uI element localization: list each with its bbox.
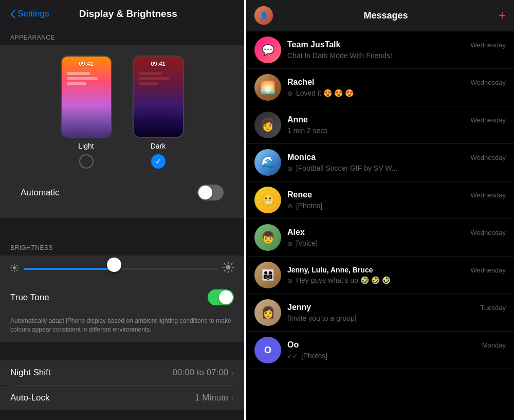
- true-tone-description: Automatically adapt iPhone display based…: [0, 313, 244, 342]
- automatic-label: Automatic: [21, 188, 60, 198]
- message-preview: ⊘ [Photos]: [287, 202, 322, 210]
- list-item[interactable]: 😬 Renee Wednesday ⊘ [Photos]: [246, 181, 514, 219]
- avatar-face: 👩: [260, 118, 276, 132]
- name-row: Jenny Tuesday: [287, 303, 506, 312]
- message-preview: ⊘ Loved it 😍 😍 😍: [287, 89, 354, 97]
- message-preview: ✓✓ [Photos]: [287, 352, 327, 360]
- appearance-section-label: APPEARANCE: [0, 26, 244, 45]
- list-item[interactable]: 👩 Jenny Tuesday [Invite you to a group]: [246, 294, 514, 332]
- messages-panel: 👤 Messages + 💬 Team JusTalk Wednesday Ch…: [246, 0, 514, 420]
- message-time: Wednesday: [471, 154, 506, 161]
- light-mode-preview: 09:41: [61, 56, 112, 138]
- ui-bar-1: [67, 72, 90, 75]
- avatar-face: 🌅: [260, 80, 276, 95]
- message-time: Wednesday: [471, 116, 506, 124]
- check-icon: ✓: [155, 157, 161, 166]
- name-row: Renee Wednesday: [287, 190, 506, 199]
- avatar-anne: 👩: [254, 112, 281, 138]
- appearance-section: 09:41 Light 09:41: [0, 45, 244, 218]
- back-button[interactable]: Settings: [10, 9, 49, 19]
- toggle-knob-truetone: [219, 290, 233, 304]
- dark-radio[interactable]: ✓: [151, 154, 166, 169]
- contact-info-oo: Oo Monday ✓✓ [Photos]: [287, 340, 506, 360]
- avatar-face: 😬: [261, 193, 275, 207]
- message-time: Tuesday: [481, 304, 506, 312]
- message-preview: ⊘ [Football Soccer GIF by SV W...: [287, 164, 398, 172]
- message-time: Wednesday: [471, 41, 506, 49]
- list-item[interactable]: 👨‍👩‍👧 Jenny, Lulu, Anne, Bruce Wednesday…: [246, 257, 514, 294]
- section-divider-1: [0, 218, 244, 236]
- list-item[interactable]: 👩 Anne Wednesday 1 min 2 secs: [246, 106, 514, 144]
- list-item[interactable]: 🌊 Monica Wednesday ⊘ [Football Soccer GI…: [246, 144, 514, 181]
- light-wallpaper: 09:41: [62, 57, 111, 137]
- list-item[interactable]: 👦 Alex Wednesday ⊘ [Voice]: [246, 219, 514, 257]
- light-radio[interactable]: [79, 154, 94, 169]
- name-row: Rachel Wednesday: [287, 78, 506, 87]
- slider-thumb[interactable]: [107, 258, 121, 272]
- brightness-section: True Tone Automatically adapt iPhone dis…: [0, 255, 244, 342]
- settings-header: Settings Display & Brightness: [0, 0, 244, 26]
- automatic-row[interactable]: Automatic: [10, 177, 234, 208]
- phone-ui-bars-dark: [137, 70, 180, 87]
- contact-name: Anne: [287, 115, 308, 124]
- svg-line-17: [224, 270, 226, 271]
- night-shift-value: 00:00 to 07:00: [173, 368, 229, 378]
- user-profile-avatar[interactable]: 👤: [254, 6, 273, 25]
- message-time: Wednesday: [471, 229, 506, 236]
- message-time: Monday: [482, 341, 506, 349]
- contact-name: Renee: [287, 190, 312, 199]
- avatar-image: 👤: [254, 6, 273, 25]
- section-divider-2: [0, 342, 244, 360]
- automatic-toggle[interactable]: [197, 185, 224, 200]
- avatar-face: 👨‍👩‍👧: [262, 269, 274, 281]
- avatar-face: 🌊: [261, 156, 275, 169]
- svg-line-6: [16, 270, 17, 271]
- avatar-rachel: 🌅: [254, 74, 281, 101]
- svg-point-9: [226, 265, 231, 270]
- compose-button[interactable]: +: [499, 8, 506, 23]
- dark-mode-option[interactable]: 09:41 Dark ✓: [133, 56, 184, 169]
- brightness-high-icon: [223, 262, 234, 276]
- dark-wallpaper: 09:41: [134, 57, 183, 137]
- name-row: Anne Wednesday: [287, 115, 506, 124]
- svg-line-5: [11, 265, 12, 266]
- brightness-slider-row[interactable]: [0, 255, 244, 282]
- contact-info-justalk: Team JusTalk Wednesday Chat In Dark Mode…: [287, 40, 506, 60]
- avatar-icon: 💬: [262, 44, 274, 56]
- list-item[interactable]: 🌅 Rachel Wednesday ⊘ Loved it 😍 😍 😍: [246, 69, 514, 106]
- svg-line-7: [16, 265, 17, 266]
- light-mode-option[interactable]: 09:41 Light: [61, 56, 112, 169]
- brightness-slider[interactable]: [24, 264, 217, 274]
- messages-header: 👤 Messages +: [246, 0, 514, 31]
- svg-point-0: [13, 266, 16, 269]
- night-shift-row[interactable]: Night Shift 00:00 to 07:00 ›: [0, 360, 244, 385]
- message-preview: 1 min 2 secs: [287, 126, 328, 135]
- list-item[interactable]: O Oo Monday ✓✓ [Photos]: [246, 332, 514, 369]
- contact-name: Monica: [287, 153, 316, 162]
- contact-info-renee: Renee Wednesday ⊘ [Photos]: [287, 190, 506, 210]
- contact-name: Team JusTalk: [287, 40, 340, 49]
- light-label: Light: [78, 142, 94, 150]
- slider-fill: [24, 268, 111, 270]
- auto-lock-row[interactable]: Auto-Lock 1 Minute ›: [0, 386, 244, 410]
- messages-list: 💬 Team JusTalk Wednesday Chat In Dark Mo…: [246, 31, 514, 420]
- list-item[interactable]: 💬 Team JusTalk Wednesday Chat In Dark Mo…: [246, 31, 514, 69]
- contact-info-anne: Anne Wednesday 1 min 2 secs: [287, 115, 506, 135]
- dark-ui-bar-1: [139, 72, 162, 75]
- auto-lock-value: 1 Minute: [195, 393, 228, 403]
- svg-line-8: [11, 270, 12, 271]
- back-label: Settings: [17, 9, 49, 19]
- dark-ui-bar-3: [139, 82, 158, 85]
- true-tone-row[interactable]: True Tone: [0, 282, 244, 313]
- avatar-face: 👦: [261, 231, 275, 244]
- avatar-group: 👨‍👩‍👧: [254, 262, 281, 288]
- svg-line-16: [231, 263, 232, 265]
- message-preview: Chat In Dark Mode With Friends!: [287, 51, 392, 60]
- phone-ui-bars-light: [65, 70, 108, 87]
- avatar-oo: O: [254, 337, 281, 363]
- contact-name: Alex: [287, 228, 305, 237]
- contact-info-group: Jenny, Lulu, Anne, Bruce Wednesday ⊘ Hey…: [287, 266, 506, 285]
- true-tone-toggle[interactable]: [208, 289, 234, 305]
- name-row: Monica Wednesday: [287, 153, 506, 162]
- dark-mode-preview: 09:41: [133, 56, 184, 138]
